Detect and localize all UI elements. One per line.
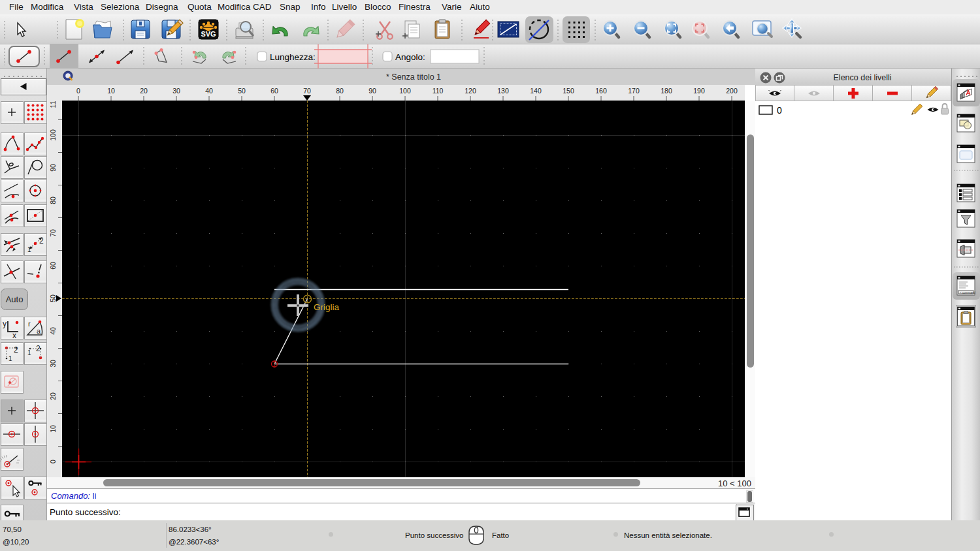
svg-text:2: 2 bbox=[14, 345, 18, 354]
svg-text:60: 60 bbox=[49, 262, 57, 270]
svg-text:SVG: SVG bbox=[201, 30, 216, 38]
svg-text:1: 1 bbox=[27, 349, 31, 356]
svg-text:110: 110 bbox=[433, 87, 444, 95]
svg-text:40: 40 bbox=[49, 327, 57, 335]
svg-text:a: a bbox=[37, 327, 41, 335]
svg-text:1: 1 bbox=[8, 355, 12, 362]
svg-text:0: 0 bbox=[76, 87, 80, 95]
svg-text:30: 30 bbox=[172, 87, 180, 95]
svg-text:200: 200 bbox=[726, 87, 738, 95]
svg-text:90: 90 bbox=[49, 164, 57, 172]
svg-text:40: 40 bbox=[205, 87, 213, 95]
svg-text:50: 50 bbox=[238, 87, 246, 95]
svg-text:x: x bbox=[12, 331, 16, 340]
svg-text:10: 10 bbox=[49, 425, 57, 433]
svg-text:r: r bbox=[28, 320, 31, 328]
svg-text:190: 190 bbox=[693, 87, 705, 95]
svg-text:140: 140 bbox=[530, 87, 542, 95]
svg-text:0: 0 bbox=[777, 105, 782, 116]
svg-text:50: 50 bbox=[49, 294, 57, 302]
svg-text:y: y bbox=[3, 319, 7, 328]
svg-text:2: 2 bbox=[36, 344, 41, 353]
svg-text:20: 20 bbox=[49, 392, 57, 400]
svg-text:90: 90 bbox=[368, 87, 376, 95]
svg-text:70: 70 bbox=[303, 87, 311, 95]
svg-text:Auto: Auto bbox=[6, 294, 24, 304]
svg-text:Elenco dei livelli: Elenco dei livelli bbox=[834, 73, 892, 82]
svg-text:80: 80 bbox=[336, 87, 344, 95]
svg-text:80: 80 bbox=[49, 197, 57, 204]
svg-text:Griglia: Griglia bbox=[314, 302, 340, 312]
svg-text:130: 130 bbox=[497, 87, 509, 95]
svg-text:Angolo:: Angolo: bbox=[395, 52, 425, 62]
svg-text:60: 60 bbox=[270, 87, 278, 95]
svg-text:70: 70 bbox=[49, 229, 57, 237]
svg-text:20: 20 bbox=[140, 87, 148, 95]
svg-text:0: 0 bbox=[49, 460, 57, 464]
svg-text:160: 160 bbox=[595, 87, 607, 95]
svg-text:10: 10 bbox=[107, 87, 115, 95]
svg-text:180: 180 bbox=[661, 87, 672, 95]
svg-text:100: 100 bbox=[49, 129, 57, 141]
svg-text:150: 150 bbox=[563, 87, 574, 95]
svg-text:30: 30 bbox=[49, 360, 57, 368]
svg-text:100: 100 bbox=[399, 87, 411, 95]
svg-text:120: 120 bbox=[465, 87, 476, 95]
svg-text:170: 170 bbox=[628, 87, 640, 95]
svg-text:Lunghezza:: Lunghezza: bbox=[270, 52, 316, 62]
svg-text:< command: < command bbox=[960, 291, 975, 294]
